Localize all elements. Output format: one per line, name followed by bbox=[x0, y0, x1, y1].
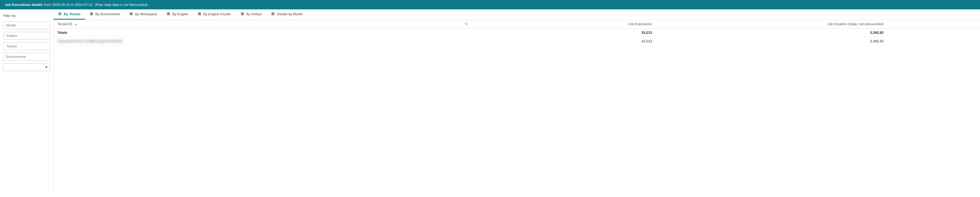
table-header-row: Tenant ID ▲ Job Executions bbox=[54, 20, 980, 29]
totals-executions: 15,213 bbox=[471, 29, 656, 37]
tab-by-engine-cluster-label: By Engine Cluster bbox=[204, 12, 231, 16]
totals-empty bbox=[887, 29, 980, 37]
table-row: Tenant/test-001/a-40468-a/input/135158e1… bbox=[54, 37, 980, 46]
svg-rect-1 bbox=[60, 13, 61, 14]
sort-ascending-icon[interactable]: ▲ bbox=[74, 23, 77, 26]
col-executions-label: Job Executions bbox=[628, 22, 652, 26]
tenant-id-blurred: Tenant/test-001/a-40468-a/input/135158e1 bbox=[57, 39, 123, 43]
svg-rect-12 bbox=[167, 13, 168, 14]
svg-rect-4 bbox=[90, 13, 91, 14]
col-tenant-id-label: Tenant ID bbox=[57, 22, 72, 26]
tab-by-engine-icon bbox=[167, 12, 171, 16]
svg-rect-26 bbox=[272, 14, 273, 15]
tab-by-engine-cluster-icon bbox=[198, 12, 202, 16]
data-table: Tenant ID ▲ Job Executions bbox=[54, 20, 980, 46]
month-filter-input[interactable] bbox=[3, 21, 50, 29]
svg-rect-8 bbox=[130, 13, 131, 14]
svg-line-29 bbox=[467, 24, 468, 25]
svg-rect-9 bbox=[131, 13, 132, 14]
svg-rect-11 bbox=[131, 14, 132, 15]
svg-rect-10 bbox=[130, 14, 131, 15]
tab-by-engine[interactable]: By Engine bbox=[162, 10, 193, 19]
svg-rect-16 bbox=[198, 13, 199, 14]
header-bar: Job Executions details from 2024-05-01 t… bbox=[0, 0, 980, 10]
svg-rect-19 bbox=[200, 14, 201, 15]
tab-by-engine-cluster[interactable]: By Engine Cluster bbox=[193, 10, 236, 19]
svg-rect-23 bbox=[242, 14, 243, 15]
tab-by-tenant[interactable]: By Tenant bbox=[54, 10, 85, 19]
filter-by-label: Filter by bbox=[3, 14, 50, 18]
content-area: By Tenant By Environment bbox=[54, 10, 980, 195]
svg-rect-6 bbox=[90, 14, 91, 15]
tab-details-by-month-icon bbox=[272, 12, 275, 16]
header-subtitle: from 2024-05-01 to 2024-07-21. bbox=[44, 3, 94, 7]
svg-point-28 bbox=[465, 22, 467, 24]
svg-rect-0 bbox=[59, 13, 60, 14]
tab-by-workspace-icon bbox=[130, 12, 134, 16]
tab-details-by-month[interactable]: Details by Month bbox=[267, 10, 308, 19]
tab-details-by-month-label: Details by Month bbox=[277, 12, 303, 16]
artifact-filter-input[interactable] bbox=[3, 32, 50, 40]
tab-by-tenant-icon bbox=[59, 12, 62, 16]
data-table-area: Tenant ID ▲ Job Executions bbox=[54, 20, 980, 195]
tab-by-tenant-label: By Tenant bbox=[64, 12, 80, 16]
svg-rect-27 bbox=[273, 14, 274, 15]
tab-by-environment[interactable]: By Environment bbox=[85, 10, 125, 19]
tab-by-workspace[interactable]: By Workspace bbox=[125, 10, 162, 19]
tab-by-artifact-icon bbox=[241, 12, 245, 16]
tenant-search-icon[interactable] bbox=[465, 22, 468, 26]
col-duration-label: Job Duration (Daily, non-discounted) bbox=[827, 22, 883, 26]
svg-rect-14 bbox=[167, 14, 168, 15]
col-header-job-duration: Job Duration (Daily, non-discounted) bbox=[656, 20, 887, 29]
row-duration: 3,392.92 bbox=[656, 37, 887, 46]
sidebar: Filter by bbox=[0, 10, 54, 195]
svg-rect-22 bbox=[241, 14, 242, 15]
svg-rect-3 bbox=[60, 14, 61, 15]
tab-by-environment-icon bbox=[90, 12, 94, 16]
svg-rect-25 bbox=[273, 13, 274, 14]
svg-rect-20 bbox=[241, 13, 242, 14]
tabs-bar: By Tenant By Environment bbox=[54, 10, 980, 20]
svg-rect-17 bbox=[200, 13, 201, 14]
tab-by-artifact[interactable]: By Artifact bbox=[236, 10, 267, 19]
header-title: Job Executions details bbox=[5, 3, 43, 7]
tenant-id-cell: Tenant/test-001/a-40468-a/input/135158e1 bbox=[54, 37, 471, 46]
svg-rect-5 bbox=[92, 13, 93, 14]
svg-rect-13 bbox=[169, 13, 170, 14]
row-empty bbox=[887, 37, 980, 46]
svg-rect-2 bbox=[59, 14, 60, 15]
tenant-filter-input[interactable] bbox=[3, 42, 50, 50]
col-header-empty bbox=[887, 20, 980, 29]
environment-filter-input[interactable] bbox=[3, 53, 50, 60]
totals-label: Totals bbox=[54, 29, 471, 37]
tab-by-workspace-label: By Workspace bbox=[135, 12, 158, 16]
row-executions: 15,213 bbox=[471, 37, 656, 46]
main-layout: Filter by By Tenant bbox=[0, 10, 980, 195]
tab-by-artifact-label: By Artifact bbox=[246, 12, 262, 16]
extra-filter-select[interactable] bbox=[3, 63, 50, 71]
tab-by-environment-label: By Environment bbox=[95, 12, 120, 16]
totals-row: Totals 15,213 3,392.92 bbox=[54, 29, 980, 37]
svg-rect-15 bbox=[169, 14, 170, 15]
svg-rect-7 bbox=[92, 14, 93, 15]
col-header-job-executions: Job Executions bbox=[471, 20, 656, 29]
col-header-tenant-id[interactable]: Tenant ID ▲ bbox=[54, 20, 471, 29]
tab-by-engine-label: By Engine bbox=[172, 12, 188, 16]
svg-rect-18 bbox=[198, 14, 199, 15]
svg-rect-21 bbox=[242, 13, 243, 14]
header-note: (Raw daily data is not discounted) bbox=[95, 3, 147, 7]
svg-rect-24 bbox=[272, 13, 273, 14]
totals-duration: 3,392.92 bbox=[656, 29, 887, 37]
